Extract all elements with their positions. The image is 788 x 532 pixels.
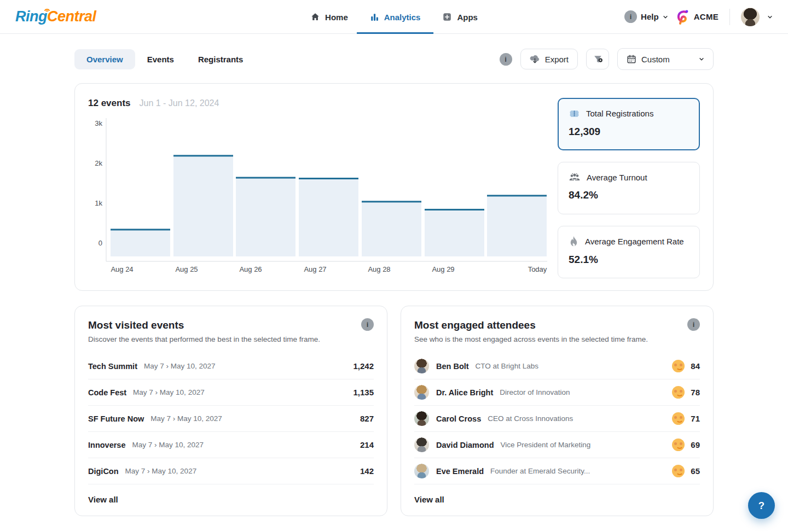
kpi-average-turnout[interactable]: Average Turnout 84.2% bbox=[558, 162, 700, 214]
nav-home[interactable]: Home bbox=[310, 0, 348, 34]
event-dates: May 7 › May 10, 2027 bbox=[125, 467, 197, 475]
help-menu[interactable]: i Help bbox=[624, 10, 668, 23]
export-button[interactable]: Export bbox=[520, 49, 578, 69]
home-icon bbox=[310, 12, 320, 22]
chart-area: 12 events Jun 1 - Jun 12, 2024 3k2k1k0Au… bbox=[88, 98, 544, 278]
svg-text:0: 0 bbox=[99, 239, 102, 247]
header-right-group: i Help ACME bbox=[624, 8, 773, 26]
primary-nav: Home Analytics Apps bbox=[310, 0, 478, 34]
event-row[interactable]: Tech Summit May 7 › May 10, 2027 1,242 bbox=[88, 353, 374, 379]
attendee-score: 69 bbox=[691, 440, 700, 449]
heart-eyes-emoji-icon bbox=[672, 465, 685, 477]
svg-text:Aug 27: Aug 27 bbox=[304, 265, 326, 273]
attendee-role: CEO at Cross Innovations bbox=[488, 414, 573, 423]
event-dates: May 7 › May 10, 2027 bbox=[132, 441, 204, 449]
event-visits: 827 bbox=[360, 414, 374, 423]
nav-apps-label: Apps bbox=[457, 13, 478, 22]
attendee-role: Founder at Emerald Security... bbox=[490, 467, 590, 475]
attendee-score-group: 71 bbox=[672, 412, 700, 425]
most-engaged-subtitle: See who is the most engaged across event… bbox=[414, 335, 700, 343]
overview-info-icon[interactable]: i bbox=[500, 53, 512, 66]
logo-ring-text: Ring bbox=[15, 8, 47, 25]
svg-text:Today: Today bbox=[528, 265, 547, 273]
heart-eyes-emoji-icon bbox=[672, 412, 685, 425]
most-engaged-info-icon[interactable]: i bbox=[687, 318, 700, 331]
most-visited-subtitle: Discover the events that performed the b… bbox=[88, 335, 374, 343]
attendee-role: Vice President of Marketing bbox=[501, 441, 591, 449]
svg-text:3k: 3k bbox=[95, 119, 102, 127]
event-visits: 1,242 bbox=[353, 361, 374, 371]
svg-text:2k: 2k bbox=[95, 159, 102, 167]
event-row[interactable]: DigiCon May 7 › May 10, 2027 142 bbox=[88, 458, 374, 484]
chevron-down-icon bbox=[663, 14, 668, 20]
svg-text:Aug 25: Aug 25 bbox=[175, 265, 198, 273]
attendee-score: 71 bbox=[691, 414, 700, 423]
attendee-score-group: 84 bbox=[672, 360, 700, 372]
flame-icon bbox=[569, 236, 579, 247]
nav-apps[interactable]: Apps bbox=[442, 0, 478, 34]
kpi-label: Average Turnout bbox=[587, 173, 647, 182]
org-switcher[interactable]: ACME bbox=[676, 9, 719, 25]
attendee-score-group: 69 bbox=[672, 439, 700, 451]
attendee-score: 65 bbox=[691, 466, 700, 476]
attendee-row[interactable]: Eve Emerald Founder at Emerald Security.… bbox=[414, 458, 700, 484]
apps-icon bbox=[442, 12, 452, 22]
filter-button[interactable] bbox=[586, 49, 609, 69]
chart-date-range: Jun 1 - Jun 12, 2024 bbox=[140, 98, 219, 108]
attendee-row[interactable]: Ben Bolt CTO at Bright Labs 84 bbox=[414, 353, 700, 379]
svg-text:Aug 28: Aug 28 bbox=[368, 265, 390, 273]
user-avatar[interactable] bbox=[741, 8, 760, 26]
date-range-chevron-icon bbox=[699, 56, 704, 62]
most-engaged-view-all-link[interactable]: View all bbox=[414, 495, 444, 504]
nav-home-label: Home bbox=[325, 13, 348, 22]
event-row[interactable]: Code Fest May 7 › May 10, 2027 1,135 bbox=[88, 379, 374, 406]
svg-text:Aug 24: Aug 24 bbox=[111, 265, 133, 273]
event-name: Code Fest bbox=[88, 388, 126, 397]
attendee-row[interactable]: Dr. Alice Bright Director of Innovation … bbox=[414, 379, 700, 406]
attendee-avatar bbox=[414, 464, 429, 478]
help-label: Help bbox=[641, 12, 659, 21]
attendee-score-group: 65 bbox=[672, 465, 700, 477]
event-visits: 142 bbox=[360, 466, 374, 476]
kpi-average-engagement-rate[interactable]: Average Engagement Rate 52.1% bbox=[558, 226, 700, 278]
logo-central-text: Central bbox=[47, 8, 96, 25]
export-label: Export bbox=[545, 55, 569, 64]
date-range-select[interactable]: Custom bbox=[617, 48, 714, 70]
attendee-score: 78 bbox=[691, 388, 700, 397]
most-visited-info-icon[interactable]: i bbox=[361, 318, 374, 331]
nav-analytics[interactable]: Analytics bbox=[370, 0, 421, 34]
attendee-avatar bbox=[414, 437, 429, 452]
kpi-label: Average Engagement Rate bbox=[585, 237, 684, 246]
attendee-avatar bbox=[414, 359, 429, 373]
most-visited-view-all-link[interactable]: View all bbox=[88, 495, 118, 504]
date-range-value: Custom bbox=[641, 55, 670, 64]
account-chevron-down-icon[interactable] bbox=[767, 14, 773, 20]
tab-overview[interactable]: Overview bbox=[74, 49, 135, 69]
event-row[interactable]: Innoverse May 7 › May 10, 2027 214 bbox=[88, 432, 374, 458]
ringcentral-logo[interactable]: RingCentral bbox=[15, 8, 96, 25]
event-dates: May 7 › May 10, 2027 bbox=[150, 414, 222, 423]
kpi-value: 52.1% bbox=[569, 254, 689, 266]
toolbar: i Export Custom bbox=[500, 48, 714, 70]
kpi-total-registrations[interactable]: Total Registrations 12,309 bbox=[558, 98, 700, 150]
attendee-name: Ben Bolt bbox=[436, 362, 469, 371]
tab-events[interactable]: Events bbox=[135, 49, 186, 69]
event-visits: 214 bbox=[360, 440, 374, 449]
attendee-avatar bbox=[414, 411, 429, 426]
calendar-icon bbox=[627, 54, 636, 64]
event-name: SF Future Now bbox=[88, 414, 144, 423]
attendee-row[interactable]: David Diamond Vice President of Marketin… bbox=[414, 432, 700, 458]
attendee-avatar bbox=[414, 385, 429, 400]
top-nav-bar: RingCentral Home Analytics Apps i Help bbox=[0, 0, 788, 34]
tab-registrants[interactable]: Registrants bbox=[186, 49, 256, 69]
attendee-row[interactable]: Carol Cross CEO at Cross Innovations 71 bbox=[414, 406, 700, 432]
heart-eyes-emoji-icon bbox=[672, 360, 685, 372]
events-bar-chart[interactable]: 3k2k1k0Aug 24Aug 25Aug 26Aug 27Aug 28Aug… bbox=[88, 114, 551, 275]
attendee-score-group: 78 bbox=[672, 386, 700, 399]
logo-signal-icon bbox=[43, 6, 51, 11]
most-engaged-attendees-card: Most engaged attendees See who is the mo… bbox=[401, 306, 714, 516]
event-dates: May 7 › May 10, 2027 bbox=[133, 388, 205, 396]
kpi-value: 84.2% bbox=[569, 189, 689, 201]
help-fab-button[interactable]: ? bbox=[748, 492, 775, 519]
event-row[interactable]: SF Future Now May 7 › May 10, 2027 827 bbox=[88, 406, 374, 432]
